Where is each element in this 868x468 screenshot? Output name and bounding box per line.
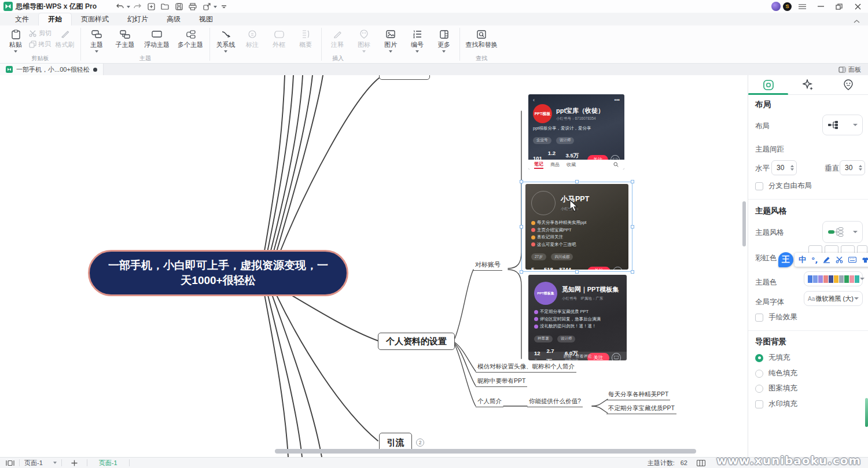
horizontal-spacing-stepper[interactable]: 30 (771, 160, 797, 175)
radio-icon[interactable] (755, 370, 763, 378)
ribbon-collapse-icon[interactable] (854, 20, 868, 25)
radio-selected-icon[interactable] (755, 354, 763, 362)
profile-card-xiaoma[interactable]: 小马PPT 小红书号： 每天分享各种精美实用ppt 主页介绍宝藏PPT 喜欢记得… (525, 184, 628, 270)
ime-handwriting-icon[interactable] (823, 256, 830, 263)
follow-button[interactable]: 关注 (587, 267, 610, 270)
sidebar-tab-sticker[interactable] (828, 75, 868, 94)
summary-button[interactable]: 概要 (292, 27, 319, 49)
checkbox-icon[interactable] (755, 314, 763, 322)
new-file-icon[interactable] (145, 1, 157, 12)
free-layout-option[interactable]: 分支自由布局 (755, 181, 812, 191)
value-question-node[interactable]: 你能提供什么价值? (527, 397, 583, 407)
page-tab-active[interactable]: 页面-1 (92, 459, 124, 467)
number-button[interactable]: 编号 (404, 27, 431, 53)
menu-tab-slides[interactable]: 幻灯片 (118, 13, 157, 25)
clipped-top-node[interactable] (379, 75, 430, 80)
radio-icon[interactable] (755, 385, 763, 393)
global-font-dropdown[interactable]: Aa 微软雅黑 (大) (804, 291, 863, 306)
layout-dropdown[interactable] (822, 115, 863, 135)
panel-toggle-button[interactable]: 面板 (832, 65, 868, 74)
subtopic-button[interactable]: 子主题 (110, 27, 140, 49)
page-selector[interactable]: 页面-1 (24, 459, 57, 467)
vertical-scrollbar[interactable] (742, 201, 746, 246)
sidebar-scrollbar[interactable] (865, 398, 868, 427)
undo-icon[interactable] (114, 1, 126, 12)
value1-node[interactable]: 每天分享各种精美PPT (606, 390, 670, 400)
sidebar-tab-ai[interactable] (788, 75, 828, 94)
search-icon[interactable] (613, 162, 619, 167)
menu-tab-page-style[interactable]: 页面样式 (72, 13, 118, 25)
close-button[interactable] (849, 1, 866, 12)
hand-drawn-option[interactable]: 手绘效果 (755, 312, 797, 322)
ime-scissors-icon[interactable] (836, 256, 843, 263)
ime-skin-icon[interactable] (862, 257, 868, 263)
value2-node[interactable]: 不定期分享宝藏优质PPT (606, 404, 676, 414)
member-badge[interactable]: S (783, 2, 792, 11)
sidebar-tab-format[interactable] (748, 75, 788, 94)
restore-button[interactable] (831, 1, 847, 12)
card1-tab-collect[interactable]: 收藏 (567, 161, 576, 168)
bg-watermark-fill-option[interactable]: 水印填充 (755, 399, 797, 409)
page-overview-icon[interactable] (6, 460, 14, 466)
paste-button[interactable]: 粘贴 (2, 27, 29, 53)
nickname-node[interactable]: 昵称中要带有PPT (476, 377, 527, 387)
card1-tab-goods[interactable]: 商品 (550, 161, 560, 168)
benchmark-node[interactable]: 对标账号 (473, 260, 502, 271)
card1-tab-notes[interactable]: 笔记 (534, 161, 543, 169)
central-topic-node[interactable]: 一部手机，小白即可上手，虚拟资源变现，一天1000+很轻松 (88, 250, 348, 296)
share-dropdown-icon[interactable] (214, 6, 217, 8)
ime-chinese-mode-icon[interactable]: 中 (799, 255, 806, 265)
boundary-button[interactable]: 外框 (266, 27, 292, 49)
avatar[interactable] (771, 2, 781, 11)
minimize-button[interactable] (812, 1, 829, 12)
open-file-icon[interactable] (159, 1, 171, 12)
bg-no-fill-option[interactable]: 无填充 (755, 353, 790, 363)
theme-color-dropdown[interactable] (804, 271, 863, 286)
bg-pattern-fill-option[interactable]: 图案填充 (755, 384, 797, 393)
document-tab[interactable]: 一部手机，小...00+很轻松 (0, 64, 104, 75)
redo-icon[interactable] (131, 1, 143, 12)
bg-solid-fill-option[interactable]: 纯色填充 (755, 368, 797, 378)
relation-line-button[interactable]: 关系线 (212, 27, 239, 53)
menu-tab-file[interactable]: 文件 (6, 13, 38, 25)
copy-button[interactable]: 拷贝 (29, 40, 52, 49)
icon-insert-button[interactable]: 图标 (351, 27, 377, 53)
print-icon[interactable] (187, 1, 198, 12)
style-dropdown[interactable] (822, 221, 863, 243)
more-button[interactable]: 更多 (431, 27, 457, 53)
comment-button[interactable]: 注释 (324, 27, 351, 49)
cut-button[interactable]: 剪切 (29, 29, 52, 38)
undo-dropdown-icon[interactable] (127, 6, 130, 8)
checkbox-icon[interactable] (755, 400, 763, 408)
profile-card-pptbaoku[interactable]: ‹••• PPT模板 ppt宝库（收徒） 小红书号：6716078354 ppt… (528, 94, 624, 169)
find-replace-button[interactable]: 查找和替换 (462, 27, 501, 49)
profile-setup-node[interactable]: 个人资料的设置 (378, 333, 455, 350)
menu-tab-home[interactable]: 开始 (38, 13, 72, 25)
intro-node[interactable]: 个人简介 (476, 397, 503, 407)
view-mode-icon[interactable] (697, 460, 705, 466)
menu-tab-advanced[interactable]: 高级 (157, 13, 190, 25)
mindmap-canvas[interactable]: 一部手机，小白即可上手，虚拟资源变现，一天1000+很轻松 对标账号 ‹••• … (0, 75, 748, 457)
share-icon[interactable] (201, 1, 212, 12)
menu-icon[interactable] (794, 1, 810, 12)
vertical-spacing-stepper[interactable]: 30 (840, 160, 865, 175)
card3-footer[interactable]: 群聊 查看评论 (528, 352, 627, 360)
menu-tab-view[interactable]: 视图 (190, 13, 222, 25)
callout-button[interactable]: 标注 (239, 27, 266, 49)
message-icon[interactable] (613, 267, 623, 270)
checkbox-icon[interactable] (755, 182, 763, 190)
add-page-button[interactable] (67, 460, 82, 466)
picture-button[interactable]: 图片 (377, 27, 404, 53)
multi-topic-button[interactable]: 多个主题 (174, 27, 207, 49)
ime-punctuation-icon[interactable]: °, (811, 256, 818, 264)
ime-keyboard-icon[interactable] (848, 257, 856, 263)
collapsed-count-badge[interactable]: 2 (416, 438, 424, 447)
topic-button[interactable]: 主题 (83, 27, 110, 53)
customize-toolbar-icon[interactable] (218, 1, 230, 12)
mimic-node[interactable]: 模仿对标设置头像、昵称和个人简介 (476, 363, 576, 373)
floating-topic-button[interactable]: 浮动主题 (140, 27, 174, 49)
ime-toolbar[interactable]: 王 中 °, (778, 252, 868, 267)
format-painter-button[interactable]: 格式刷 (52, 27, 78, 49)
ime-logo-icon[interactable]: 王 (778, 252, 793, 267)
save-icon[interactable] (173, 1, 185, 12)
